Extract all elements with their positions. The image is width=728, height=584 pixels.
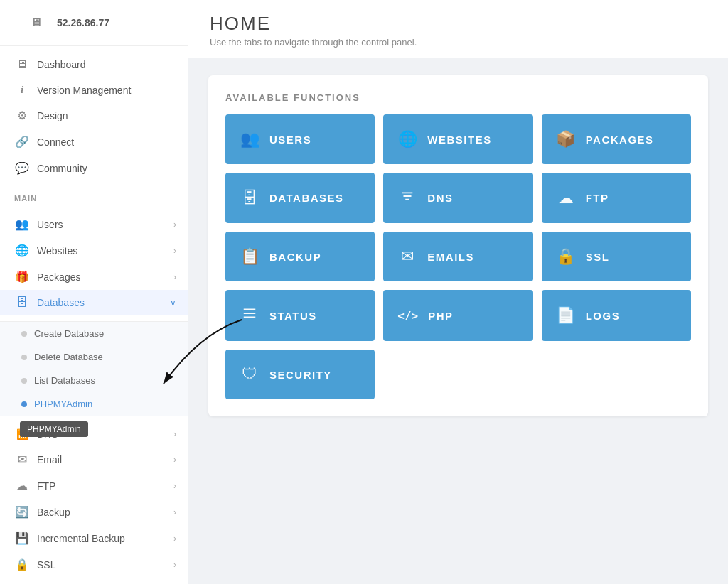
- emails-fn-icon: ✉: [397, 247, 417, 266]
- dns-fn-icon: [397, 188, 417, 207]
- sidebar-item-users[interactable]: 👥 Users ›: [0, 211, 188, 237]
- fn-card-websites[interactable]: 🌐 WEBSITES: [383, 114, 532, 164]
- ftp-fn-icon: ☁: [556, 189, 576, 207]
- main-body: AVAILABLE FUNCTIONS 👥 USERS 🌐 WEBSITES 📦…: [188, 58, 728, 584]
- info-icon: i: [14, 84, 30, 96]
- php-fn-icon: </>: [397, 309, 418, 323]
- sidebar-item-community[interactable]: 💬 Community: [0, 155, 188, 181]
- sidebar-item-email[interactable]: ✉ Email ›: [0, 446, 188, 472]
- sidebar-item-databases[interactable]: 🗄 Databases ∨: [0, 290, 188, 315]
- sidebar-main-nav: 👥 Users › 🌐 Websites › 🎁 Packages › 🗄 Da…: [0, 205, 188, 321]
- chevron-right-icon: ›: [173, 534, 176, 544]
- chevron-right-icon: ›: [173, 455, 176, 465]
- fn-card-security[interactable]: 🛡 SECURITY: [225, 350, 375, 399]
- main-section-label: MAIN: [0, 187, 188, 205]
- email-icon: ✉: [14, 453, 30, 466]
- functions-grid: 👥 USERS 🌐 WEBSITES 📦 PACKAGES 🗄 DATABASE…: [225, 114, 691, 399]
- sidebar-item-backup[interactable]: 🔄 Backup ›: [0, 499, 188, 525]
- logs-fn-icon: 📄: [556, 306, 576, 325]
- sidebar-item-incremental-backup[interactable]: 💾 Incremental Backup ›: [0, 525, 188, 551]
- submenu-item-phpmyadmin[interactable]: PHPMYAdmin PHPMYAdmin: [0, 392, 188, 416]
- bullet-icon: [21, 355, 27, 360]
- page-subtitle: Use the tabs to navigate through the con…: [210, 37, 707, 48]
- bullet-icon: [21, 331, 27, 337]
- bullet-icon: [21, 378, 27, 384]
- submenu-item-delete-database[interactable]: Delete Database: [0, 345, 188, 369]
- database-icon: 🗄: [14, 296, 30, 309]
- gear-icon: ⚙: [14, 109, 30, 122]
- backup-icon: 🔄: [14, 505, 30, 519]
- monitor-icon: 🖥: [28, 16, 44, 29]
- submenu-item-create-database[interactable]: Create Database: [0, 322, 188, 345]
- chevron-right-icon: ›: [173, 429, 176, 439]
- chat-icon: 💬: [14, 161, 30, 175]
- sidebar-item-ssl[interactable]: 🔒 SSL ›: [0, 551, 188, 578]
- fn-card-emails[interactable]: ✉ EMAILS: [383, 232, 532, 281]
- chevron-right-icon: ›: [173, 246, 176, 256]
- sidebar-bottom-nav: 📶 DNS › ✉ Email › ☁ FTP › 🔄 Backup › 💾 I…: [0, 416, 188, 583]
- fn-card-backup[interactable]: 📋 BACKUP: [225, 232, 375, 281]
- server-ip[interactable]: 🖥 52.26.86.77: [14, 10, 173, 36]
- sidebar-item-ftp[interactable]: ☁ FTP ›: [0, 472, 188, 499]
- ssl-fn-icon: 🔒: [556, 247, 576, 266]
- chevron-right-icon: ›: [173, 220, 176, 229]
- sidebar-top: 🖥 52.26.86.77: [0, 0, 188, 46]
- package-icon: 🎁: [14, 270, 30, 283]
- sidebar-item-websites[interactable]: 🌐 Websites ›: [0, 237, 188, 264]
- main-content: HOME Use the tabs to navigate through th…: [188, 0, 728, 584]
- fn-card-logs[interactable]: 📄 LOGS: [542, 290, 691, 341]
- available-functions-label: AVAILABLE FUNCTIONS: [225, 92, 691, 103]
- sidebar-item-packages[interactable]: 🎁 Packages ›: [0, 264, 188, 290]
- packages-fn-icon: 📦: [556, 130, 576, 148]
- page-title: HOME: [210, 13, 707, 35]
- websites-fn-icon: 🌐: [397, 130, 417, 148]
- dashboard-icon: 🖥: [14, 58, 30, 71]
- status-fn-icon: [240, 305, 259, 325]
- chevron-down-icon: ∨: [170, 298, 176, 308]
- fn-card-users[interactable]: 👥 USERS: [225, 114, 375, 164]
- fn-card-php[interactable]: </> PHP: [383, 290, 532, 341]
- databases-submenu: Create Database Delete Database List Dat…: [0, 321, 188, 416]
- bullet-icon: [21, 401, 27, 407]
- sidebar-item-dashboard[interactable]: 🖥 Dashboard: [0, 52, 188, 77]
- fn-card-ftp[interactable]: ☁ FTP: [542, 173, 691, 223]
- incremental-backup-icon: 💾: [14, 531, 30, 545]
- chevron-right-icon: ›: [173, 560, 176, 570]
- fn-card-ssl[interactable]: 🔒 SSL: [542, 232, 691, 281]
- fn-card-dns[interactable]: DNS: [383, 173, 532, 223]
- ssl-icon: 🔒: [14, 558, 30, 571]
- submenu-item-list-databases[interactable]: List Databases: [0, 369, 188, 392]
- phpmyadmin-tooltip: PHPMYAdmin: [20, 421, 88, 437]
- chevron-right-icon: ›: [173, 272, 176, 282]
- main-header: HOME Use the tabs to navigate through th…: [188, 0, 728, 58]
- sidebar: 🖥 52.26.86.77 🖥 Dashboard i Version Mana…: [0, 0, 188, 584]
- users-fn-icon: 👥: [240, 130, 259, 148]
- backup-fn-icon: 📋: [240, 247, 259, 266]
- functions-panel: AVAILABLE FUNCTIONS 👥 USERS 🌐 WEBSITES 📦…: [208, 75, 708, 416]
- chevron-right-icon: ›: [173, 507, 176, 517]
- users-icon: 👥: [14, 217, 30, 231]
- link-icon: 🔗: [14, 135, 30, 148]
- fn-card-packages[interactable]: 📦 PACKAGES: [542, 114, 691, 164]
- sidebar-top-nav: 🖥 Dashboard i Version Management ⚙ Desig…: [0, 46, 188, 187]
- databases-fn-icon: 🗄: [240, 189, 259, 207]
- sidebar-item-connect[interactable]: 🔗 Connect: [0, 129, 188, 155]
- security-fn-icon: 🛡: [240, 365, 259, 384]
- sidebar-item-design[interactable]: ⚙ Design: [0, 102, 188, 129]
- sidebar-item-version-management[interactable]: i Version Management: [0, 77, 188, 102]
- chevron-right-icon: ›: [173, 481, 176, 491]
- globe-icon: 🌐: [14, 244, 30, 257]
- fn-card-status[interactable]: STATUS: [225, 290, 375, 341]
- ftp-icon: ☁: [14, 479, 30, 492]
- fn-card-databases[interactable]: 🗄 DATABASES: [225, 173, 375, 223]
